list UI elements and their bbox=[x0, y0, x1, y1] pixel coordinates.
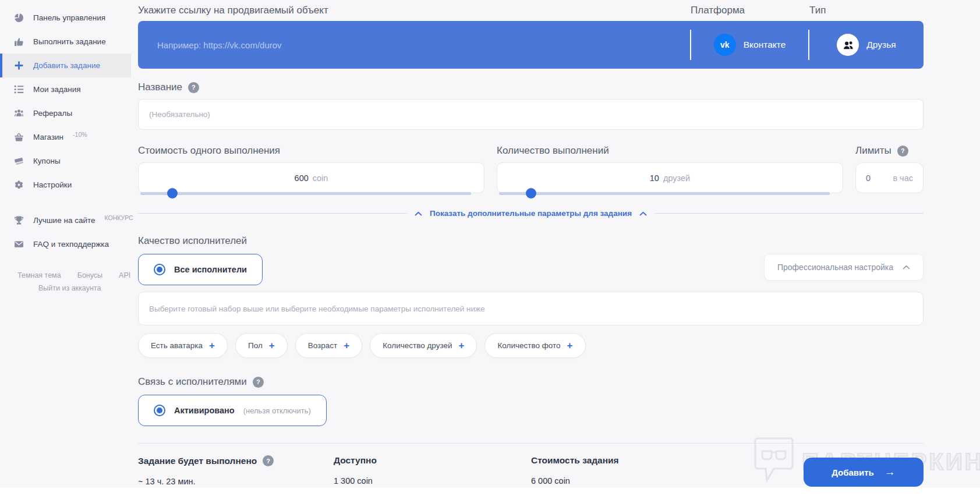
sidebar-item-dashboard[interactable]: Панель управления bbox=[0, 6, 131, 30]
total-cost-value: 6 000 coin bbox=[531, 476, 619, 486]
parameters-row: Стоимость одного выполнения 600 coin Кол… bbox=[138, 145, 924, 193]
type-label: Тип bbox=[809, 5, 826, 16]
sidebar-item-best-on-site[interactable]: Лучшие на сайте КОНКУРС bbox=[0, 208, 131, 232]
contact-activated-label: Активировано bbox=[174, 406, 235, 415]
chip-gender[interactable]: Пол + bbox=[235, 333, 288, 358]
cost-unit: coin bbox=[313, 173, 328, 183]
logout-link[interactable]: Выйти из аккаунта bbox=[38, 284, 101, 292]
plus-icon: + bbox=[269, 341, 275, 350]
add-task-button-label: Добавить bbox=[832, 467, 874, 477]
sidebar-item-do-task[interactable]: Выполнить задание bbox=[0, 30, 131, 54]
chip-has-avatar[interactable]: Есть аватарка + bbox=[138, 333, 228, 358]
cost-card: 600 coin bbox=[138, 162, 484, 193]
chip-age[interactable]: Возраст + bbox=[295, 333, 362, 358]
chip-label: Возраст bbox=[308, 341, 338, 350]
filter-chips-row: Есть аватарка + Пол + Возраст + Количест… bbox=[138, 333, 924, 358]
link-section-label: Укажите ссылку на продвигаемый объект bbox=[138, 5, 924, 16]
all-performers-radio[interactable]: Все исполнители bbox=[138, 254, 263, 285]
chip-label: Количество друзей bbox=[383, 341, 452, 350]
vk-logo-icon: vk bbox=[714, 34, 736, 56]
summary-divider bbox=[138, 443, 924, 444]
count-card: 10 друзей bbox=[497, 162, 843, 193]
contact-activated-note: (нельзя отключить) bbox=[243, 406, 311, 415]
sidebar-item-settings[interactable]: Настройки bbox=[0, 173, 131, 197]
count-slider[interactable] bbox=[499, 188, 830, 199]
bottom-strip bbox=[0, 488, 980, 496]
plus-icon: + bbox=[209, 341, 215, 350]
chevron-up-icon bbox=[903, 265, 910, 270]
radio-selected-icon bbox=[154, 405, 165, 416]
friends-icon bbox=[837, 34, 859, 56]
limits-column: Лимиты ? в час bbox=[855, 145, 924, 193]
cost-slider[interactable] bbox=[140, 188, 471, 199]
duration-column: Задание будет выполнено ? ~ 13 ч. 23 мин… bbox=[138, 455, 274, 486]
sidebar-item-label: FAQ и техподдержка bbox=[33, 240, 109, 249]
limits-label: Лимиты ? bbox=[855, 145, 924, 157]
available-column: Доступно 1 300 coin bbox=[334, 455, 377, 486]
chip-photo-count[interactable]: Количество фото + bbox=[484, 333, 585, 358]
name-help-icon[interactable]: ? bbox=[188, 82, 199, 93]
link-header-row: Укажите ссылку на продвигаемый объект Пл… bbox=[138, 0, 924, 21]
limits-card: в час bbox=[855, 162, 924, 193]
sidebar-item-my-tasks[interactable]: Мои задания bbox=[0, 77, 131, 101]
sidebar-item-label: Рефералы bbox=[33, 109, 72, 118]
sidebar-item-label: Настройки bbox=[33, 180, 72, 189]
sidebar-item-label: Мои задания bbox=[33, 85, 81, 94]
sidebar-item-label: Добавить задание bbox=[33, 61, 100, 70]
plus-icon: + bbox=[567, 341, 573, 350]
total-cost-label: Стоимость задания bbox=[531, 455, 619, 466]
sidebar-item-add-task[interactable]: Добавить задание bbox=[0, 54, 131, 77]
sidebar: Панель управления Выполнить задание Доба… bbox=[0, 0, 131, 488]
count-label: Количество выполнений bbox=[497, 145, 843, 157]
sidebar-spacer bbox=[0, 197, 131, 208]
plus-icon: + bbox=[459, 341, 465, 350]
contact-help-icon[interactable]: ? bbox=[253, 377, 264, 388]
limits-label-text: Лимиты bbox=[855, 145, 891, 157]
total-cost-column: Стоимость задания 6 000 coin bbox=[531, 455, 619, 486]
available-value: 1 300 coin bbox=[334, 476, 377, 486]
sidebar-footer: Темная тема Бонусы API Выйти из аккаунта bbox=[0, 271, 131, 292]
slider-thumb[interactable] bbox=[167, 188, 178, 199]
pie-chart-icon bbox=[14, 13, 24, 23]
extra-params-toggle[interactable]: Показать дополнительные параметры для за… bbox=[138, 209, 924, 218]
sidebar-item-shop[interactable]: Магазин -10% bbox=[0, 125, 131, 149]
performer-params-input[interactable] bbox=[138, 292, 924, 325]
contact-activated-radio[interactable]: Активировано (нельзя отключить) bbox=[138, 395, 327, 426]
chevron-up-icon bbox=[639, 211, 647, 216]
sidebar-item-label: Выполнить задание bbox=[33, 37, 106, 46]
quality-row: Все исполнители Профессиональная настрой… bbox=[138, 254, 924, 285]
slider-track bbox=[499, 192, 830, 195]
contact-label-text: Связь с исполнителями bbox=[138, 376, 247, 388]
api-link[interactable]: API bbox=[119, 271, 130, 279]
limits-per-hour-input[interactable] bbox=[866, 173, 882, 183]
count-unit: друзей bbox=[663, 173, 690, 183]
sidebar-item-referrals[interactable]: Рефералы bbox=[0, 101, 131, 125]
basket-icon bbox=[14, 132, 24, 142]
main-content: Укажите ссылку на продвигаемый объект Пл… bbox=[138, 0, 924, 496]
count-column: Количество выполнений 10 друзей bbox=[497, 145, 843, 193]
duration-help-icon[interactable]: ? bbox=[263, 455, 274, 466]
promoted-link-input[interactable] bbox=[138, 21, 690, 69]
professional-setup-dropdown[interactable]: Профессиональная настройка bbox=[764, 254, 924, 281]
cost-label: Стоимость одного выполнения bbox=[138, 145, 484, 157]
cost-value: 600 bbox=[295, 173, 309, 183]
duration-label: Задание будет выполнено ? bbox=[138, 455, 274, 466]
task-type-selector[interactable]: Друзья bbox=[809, 21, 924, 69]
platform-selector[interactable]: vk Вконтакте bbox=[691, 21, 808, 69]
quality-section-label: Качество исполнителей bbox=[138, 235, 924, 247]
limits-help-icon[interactable]: ? bbox=[897, 146, 908, 157]
platform-value: Вконтакте bbox=[744, 40, 786, 50]
sidebar-item-label: Лучшие на сайте bbox=[33, 216, 95, 225]
slider-thumb[interactable] bbox=[526, 188, 536, 199]
sidebar-item-label: Магазин bbox=[33, 133, 63, 141]
sidebar-item-faq-support[interactable]: FAQ и техподдержка bbox=[0, 232, 131, 256]
envelope-icon bbox=[14, 239, 24, 249]
extra-params-toggle-label: Показать дополнительные параметры для за… bbox=[430, 209, 632, 218]
chip-label: Количество фото bbox=[497, 341, 560, 350]
chip-friends-count[interactable]: Количество друзей + bbox=[370, 333, 477, 358]
dark-theme-link[interactable]: Темная тема bbox=[17, 271, 61, 279]
sidebar-item-coupons[interactable]: Купоны bbox=[0, 149, 131, 173]
bonuses-link[interactable]: Бонусы bbox=[77, 271, 102, 279]
add-task-button[interactable]: Добавить → bbox=[804, 458, 924, 487]
task-name-input[interactable] bbox=[138, 99, 924, 130]
